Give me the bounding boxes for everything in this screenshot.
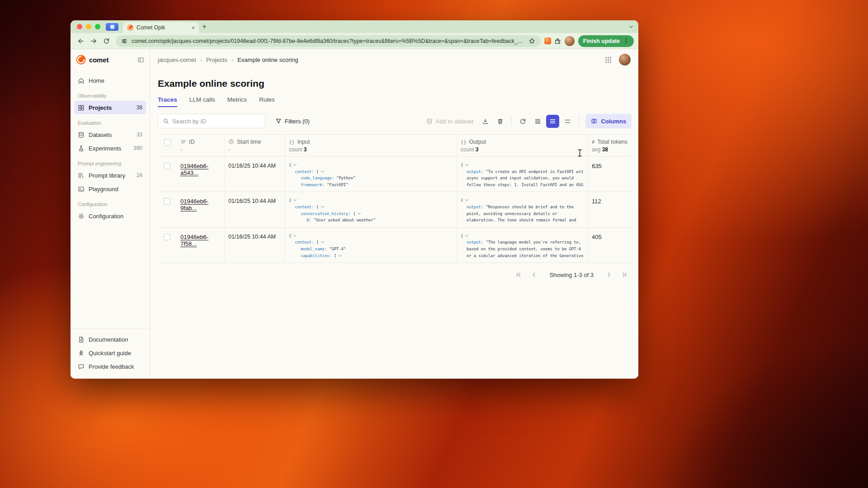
tab-rules[interactable]: Rules [259,96,275,107]
rocket-icon [78,350,85,357]
tab-llm-calls[interactable]: LLM calls [189,96,215,107]
bookmark-star-icon[interactable] [528,38,535,44]
forward-button[interactable] [88,35,99,47]
expand-chevron-icon[interactable] [465,234,468,237]
user-avatar[interactable] [619,54,631,66]
browser-profile-avatar[interactable] [565,36,575,46]
back-button[interactable] [75,35,87,47]
row-checkbox[interactable] [164,234,170,240]
row-checkbox[interactable] [164,163,170,169]
first-page-button[interactable] [512,268,525,281]
export-button[interactable] [479,115,492,128]
sidebar-item-provide-feedback[interactable]: Provide feedback [74,360,146,373]
braces-icon: {} [289,139,295,145]
address-bar[interactable]: comet.com/opik/jacques-comet/projects/01… [116,35,541,47]
json-line: model_name: "GPT-4" [289,246,452,253]
expand-chevron-icon[interactable] [339,253,342,256]
filters-button[interactable]: Filters (0) [271,114,314,128]
sidebar-item-experiments[interactable]: Experiments390 [74,141,146,155]
delete-button[interactable] [494,115,507,128]
prev-page-button[interactable] [528,268,540,281]
json-line: async support and input validation, you … [461,175,583,182]
column-header-id: ID- [177,135,225,156]
apps-grid-icon[interactable] [605,56,612,63]
row-height-large-button[interactable] [561,115,574,128]
sidebar-item-projects[interactable]: Projects38 [74,101,146,114]
select-all-checkbox[interactable] [164,139,171,146]
json-line: follow these steps: 1. Install FastAPI a… [461,182,583,188]
tab-close-icon[interactable]: × [191,25,195,31]
sidebar-item-playground[interactable]: Playground [74,182,146,196]
expand-chevron-icon[interactable] [293,234,297,237]
sidebar-item-prompt-library[interactable]: Prompt library24 [74,169,146,182]
expand-chevron-icon[interactable] [321,205,324,208]
tab-traces[interactable]: Traces [158,96,177,107]
tab-metrics[interactable]: Metrics [227,96,247,107]
pagination-label: Showing 1-3 of 3 [549,272,594,278]
window-close-button[interactable] [77,24,82,29]
columns-button[interactable]: Columns [585,114,632,128]
json-value: "Responses should be brief and to the [486,205,574,209]
search-icon [163,118,169,124]
sidebar-item-datasets[interactable]: Datasets33 [74,128,146,141]
site-settings-icon[interactable] [121,38,127,44]
search-input[interactable] [172,118,260,125]
expand-chevron-icon[interactable] [465,198,468,201]
breadcrumb: jacques-comet › Projects › Example onlin… [158,56,298,63]
opik-app: comet HomeObservabilityProjects38Evaluat… [71,49,638,379]
last-page-button[interactable] [618,268,631,281]
expand-chevron-icon[interactable] [321,169,324,173]
tab-group-chip[interactable] [106,23,118,31]
start-time-cell: 01/16/25 10:44 AM [225,192,285,227]
comet-favicon-icon [127,24,133,31]
finish-update-button[interactable]: Finish update ⋮ [578,35,634,47]
next-page-button[interactable] [603,268,615,281]
json-line: { [461,197,583,204]
browser-tab[interactable]: Comet Opik × [123,22,199,33]
url-text[interactable]: comet.com/opik/jacques-comet/projects/01… [132,38,524,44]
json-value: "FastAPI" [327,183,348,187]
row-height-small-button[interactable] [531,115,544,128]
sidebar-collapse-icon[interactable] [137,56,144,63]
trace-id-link[interactable]: 01946eb6-a543... [180,163,208,176]
window-zoom-button[interactable] [95,24,100,29]
expand-chevron-icon[interactable] [465,163,468,166]
browser-menu-icon[interactable]: ⋮ [623,38,629,44]
json-line: { [461,162,583,169]
extensions-puzzle-icon[interactable] [552,35,564,47]
row-checkbox-cell [158,192,177,227]
extension-icon[interactable] [544,38,551,44]
sidebar-item-home[interactable]: Home [74,74,146,87]
refresh-button[interactable] [516,115,529,128]
row-height-medium-button[interactable] [546,115,559,128]
breadcrumb-workspace[interactable]: jacques-comet [158,56,196,63]
row-checkbox[interactable] [164,198,170,205]
trace-id-link[interactable]: 01946eb6-7f58... [180,234,208,247]
new-tab-button[interactable]: + [199,21,210,32]
json-value: based on the provided context, seems to … [467,247,581,251]
expand-chevron-icon[interactable] [293,198,297,201]
header-checkbox-cell [158,135,177,156]
start-time-cell: 01/16/25 10:44 AM [225,157,285,192]
expand-chevron-icon[interactable] [321,240,324,243]
trace-id-link[interactable]: 01946eb6-9fab... [180,198,208,211]
gear-icon [78,213,85,220]
column-label: Total tokens [597,139,627,145]
reload-button[interactable] [100,35,112,47]
search-box[interactable] [158,114,265,128]
table-body: 01946eb6-a543...01/16/25 10:44 AM{contex… [158,157,632,263]
sidebar-item-configuration[interactable]: Configuration [74,209,146,223]
window-minimize-button[interactable] [86,24,91,29]
sidebar-item-label: Documentation [89,336,128,343]
comet-logo-icon[interactable] [76,55,86,65]
tab-strip-menu-icon[interactable] [628,24,634,29]
trace-id-cell: 01946eb6-a543... [177,157,225,192]
sidebar-item-documentation[interactable]: Documentation [74,333,146,346]
add-to-dataset-button[interactable]: Add to dataset [423,114,477,128]
start-time-cell: 01/16/25 10:44 AM [225,228,285,263]
table-header: ID-Start time-{}Inputcount 3{}Outputcoun… [158,135,632,157]
sidebar-item-quickstart-guide[interactable]: Quickstart guide [74,346,146,360]
expand-chevron-icon[interactable] [358,211,361,215]
breadcrumb-projects[interactable]: Projects [206,56,227,63]
expand-chevron-icon[interactable] [293,163,297,166]
